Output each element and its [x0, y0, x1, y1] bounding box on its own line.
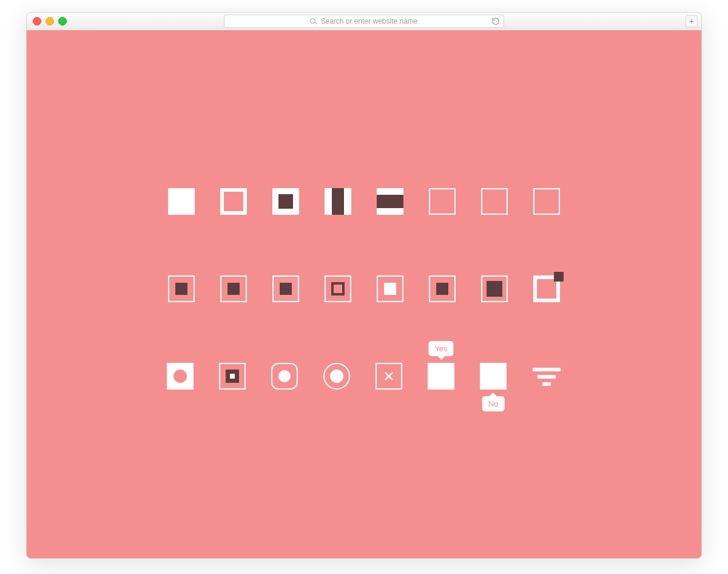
address-bar[interactable]: Search or enter website name: [224, 15, 504, 28]
checkbox-vertical-slide[interactable]: [325, 188, 351, 215]
checkbox-row-1: [168, 188, 560, 215]
checkbox-nested-square[interactable]: [219, 363, 246, 390]
new-tab-button[interactable]: +: [686, 15, 698, 27]
checkbox-outline-dark-3[interactable]: [272, 275, 299, 302]
checkbox-outline-white-inner[interactable]: [377, 275, 403, 302]
address-placeholder: Search or enter website name: [320, 17, 417, 25]
filter-line-2: [538, 375, 556, 379]
browser-window: Search or enter website name +: [26, 12, 702, 559]
traffic-light-minimize-icon[interactable]: [46, 17, 54, 25]
checkbox-tooltip-yes[interactable]: Yes: [428, 363, 454, 390]
filter-line-3: [542, 382, 551, 386]
checkbox-rounded-circle[interactable]: [271, 363, 298, 390]
checkbox-x-mark[interactable]: [376, 363, 402, 390]
checkbox-tooltip-no[interactable]: No: [480, 363, 507, 390]
corner-pip-icon: [554, 272, 564, 282]
checkbox-grid: Yes No: [167, 188, 561, 390]
checkbox-circle-cutout[interactable]: [167, 363, 194, 390]
checkbox-thick-outline[interactable]: [220, 188, 247, 215]
checkbox-outline-2[interactable]: [481, 188, 508, 215]
checkbox-row-2: [168, 275, 560, 302]
checkbox-outline-3[interactable]: [533, 188, 560, 215]
checkbox-horizontal-slide[interactable]: [377, 188, 403, 215]
checkbox-outline-dark-1[interactable]: [168, 275, 195, 302]
filter-lines-icon[interactable]: [532, 363, 561, 390]
traffic-light-zoom-icon[interactable]: [58, 17, 67, 25]
checkbox-solid[interactable]: [168, 188, 195, 215]
inner-square-icon: [226, 370, 239, 383]
checkbox-corner-pip[interactable]: [533, 275, 560, 302]
filter-line-1: [533, 368, 561, 371]
checkbox-outline-1[interactable]: [429, 188, 456, 215]
checkbox-row-3: Yes No: [167, 363, 561, 390]
checkbox-circle-in-ring[interactable]: [323, 363, 350, 390]
refresh-icon[interactable]: [491, 17, 500, 25]
tooltip-no: No: [482, 396, 505, 411]
checkbox-outline-dark-4[interactable]: [429, 275, 456, 302]
page-viewport: Yes No: [27, 30, 701, 558]
checkbox-outline-dark-large[interactable]: [481, 275, 508, 302]
traffic-light-close-icon[interactable]: [33, 17, 41, 25]
search-icon: [310, 18, 317, 25]
checkbox-outline-dark-2[interactable]: [220, 275, 247, 302]
title-bar: Search or enter website name +: [27, 13, 701, 30]
checkbox-nested-outline[interactable]: [325, 275, 351, 302]
x-icon: [383, 371, 394, 382]
tooltip-yes: Yes: [428, 341, 453, 356]
checkbox-dark-fill[interactable]: [272, 188, 299, 215]
